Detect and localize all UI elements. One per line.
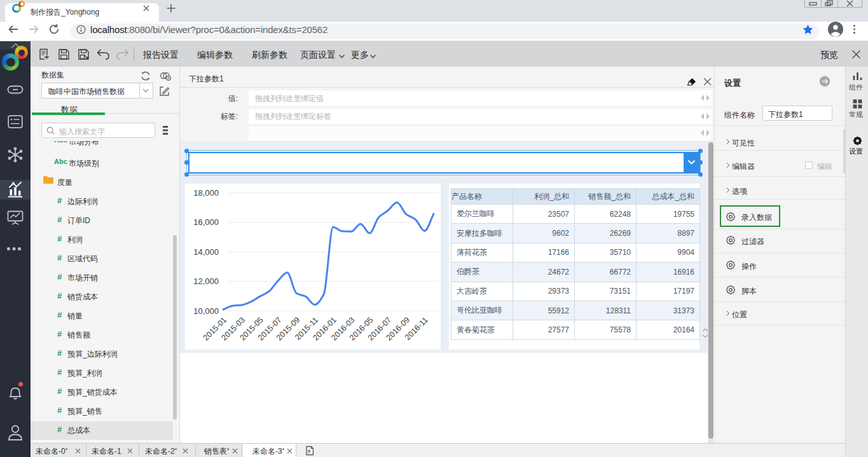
svg-text:10,000: 10,000 bbox=[193, 306, 219, 316]
svg-text:18,000: 18,000 bbox=[193, 188, 219, 198]
svg-text:14,000: 14,000 bbox=[193, 247, 219, 257]
svg-text:16,000: 16,000 bbox=[193, 217, 219, 227]
svg-text:12,000: 12,000 bbox=[193, 276, 219, 286]
